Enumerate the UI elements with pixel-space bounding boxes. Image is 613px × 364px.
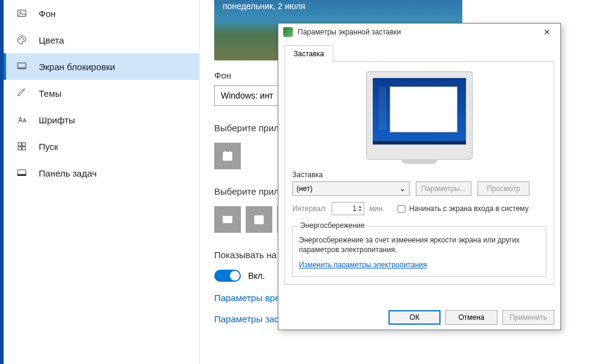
background-dropdown-value: Windows: инт [221,91,274,100]
sidebar-item-start[interactable]: Пуск [4,133,199,160]
screensaver-group-label: Заставка [292,171,546,179]
svg-rect-9 [22,147,25,150]
sidebar-item-label: Фон [39,8,56,19]
calendar-app-tile[interactable] [214,143,241,169]
resume-login-checkbox[interactable]: Начинать с экрана входа в систему [398,204,528,213]
dialog-titlebar: Параметры экранной заставки ✕ [278,24,560,41]
sidebar-item-label: Шрифты [39,115,75,125]
svg-rect-14 [255,216,264,224]
power-settings-link[interactable]: Изменить параметры электропитания [299,261,427,269]
cancel-button[interactable]: Отмена [445,310,497,325]
svg-point-4 [23,39,24,40]
dialog-title: Параметры экранной заставки [298,28,401,36]
svg-rect-7 [22,143,25,146]
resume-login-label: Начинать с экрана входа в систему [409,204,528,213]
resume-login-input[interactable] [398,205,405,213]
sidebar-item-label: Панель задач [39,168,97,178]
preview-button: Просмотр [477,181,529,196]
tab-screensaver[interactable]: Заставка [284,45,333,62]
interval-unit: мин. [369,204,384,213]
mail-app-tile[interactable] [214,206,241,233]
interval-row: Интервал: 1 ▴▾ мин. Начинать с экрана вх… [292,202,546,215]
sidebar-item-label: Экран блокировки [39,62,115,72]
params-button: Параметры... [416,181,471,196]
chevron-down-icon: ⌄ [399,184,405,193]
preview-date: понедельник, 2 июля [223,1,305,11]
svg-rect-6 [18,143,21,146]
brush-icon [16,87,28,99]
sidebar-item-taskbar[interactable]: Панель задач [4,160,199,186]
apply-button: Применить [502,310,554,325]
svg-point-2 [19,39,21,40]
svg-rect-12 [223,152,232,161]
dialog-tabs: Заставка [284,45,554,62]
toggle-label: Вкл. [248,271,265,281]
svg-point-3 [21,37,22,39]
sidebar-item-label: Темы [39,88,62,99]
stepper-arrows-icon: ▴▾ [359,205,361,212]
sidebar-item-themes[interactable]: Темы [4,80,199,106]
ok-button[interactable]: ОК [388,310,441,325]
screensaver-controls: (нет) ⌄ Параметры... Просмотр [292,181,546,196]
sidebar-item-background[interactable]: Фон [4,0,199,27]
svg-rect-11 [18,174,26,175]
screensaver-select-value: (нет) [297,184,312,193]
screensaver-select[interactable]: (нет) ⌄ [292,181,410,196]
fonts-icon [16,114,28,126]
energy-legend: Энергосбережение [298,221,367,230]
svg-point-1 [20,11,21,13]
monitor-preview [366,71,473,160]
sidebar-item-colors[interactable]: Цвета [4,27,199,53]
interval-label: Интервал: [292,204,327,213]
svg-rect-8 [18,147,21,150]
settings-sidebar: Фон Цвета Экран блокировки Темы Шрифты П… [4,0,200,364]
close-icon[interactable]: ✕ [539,27,556,37]
sidebar-item-label: Пуск [39,141,58,152]
energy-group: Энергосбережение Энергосбережение за сче… [292,226,546,277]
picture-icon [16,7,28,19]
sidebar-item-lockscreen[interactable]: Экран блокировки [4,53,199,80]
interval-value: 1 [353,204,357,213]
calendar-app-tile[interactable] [246,206,272,233]
energy-desc: Энергосбережение за счет изменения яркос… [299,235,540,255]
lockscreen-icon [16,60,28,73]
sidebar-item-fonts[interactable]: Шрифты [4,106,199,133]
taskbar-icon [16,167,28,179]
palette-icon [16,34,28,46]
screensaver-icon [283,27,293,37]
sidebar-item-label: Цвета [39,35,64,45]
interval-stepper[interactable]: 1 ▴▾ [332,202,364,215]
fun-toggle[interactable] [214,270,241,282]
dialog-buttons: ОК Отмена Применить [278,305,560,330]
start-icon [16,140,28,152]
tab-panel: Заставка (нет) ⌄ Параметры... Просмотр И… [284,61,554,285]
dialog-body: Заставка Заставка (нет) ⌄ Параметры... П… [278,41,560,305]
screensaver-dialog: Параметры экранной заставки ✕ Заставка З… [278,23,561,330]
